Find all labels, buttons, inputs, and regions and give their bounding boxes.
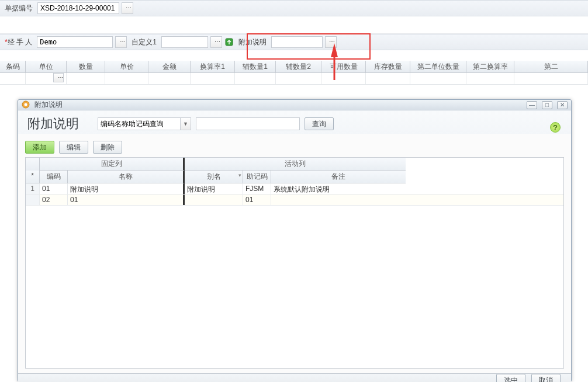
dialog-header-row: 附加说明 ▼ 查询 (25, 115, 564, 138)
col-avail[interactable]: 可用数量 (321, 61, 366, 72)
table-row[interactable]: 02 01 01 (26, 195, 563, 206)
main-grid-header: 条码 单位 数量 单价 金额 换算率1 辅数量1 辅数量2 可用数量 库存数量 … (0, 61, 588, 73)
col-unit2qty[interactable]: 第二单位数量 (410, 61, 466, 72)
col-stock[interactable]: 库存数量 (366, 61, 410, 72)
minimize-button[interactable]: — (527, 101, 537, 109)
col-unit[interactable]: 单位 (26, 61, 67, 72)
edit-button[interactable]: 编辑 (59, 141, 88, 154)
handler-input[interactable] (37, 36, 113, 48)
custom1-label: 自定义1 (129, 37, 159, 47)
docno-lookup-button[interactable]: ⋯ (122, 2, 133, 14)
dialog-icon (22, 100, 31, 110)
col-rate1[interactable]: 换算率1 (191, 61, 235, 72)
attach-lookup-button[interactable]: ⋯ (325, 36, 337, 48)
select-button[interactable]: 选中 (496, 374, 525, 382)
docno-label: 单据编号 (2, 4, 35, 13)
col-amount[interactable]: 金额 (148, 61, 191, 72)
col-extra[interactable]: 第二 (514, 61, 588, 72)
attach-dialog: 附加说明 — □ ✕ 附加说明 ▼ 查询 ? 添加 编辑 删除 固定列 (18, 99, 572, 382)
close-button[interactable]: ✕ (557, 101, 568, 109)
maximize-button[interactable]: □ (542, 101, 552, 109)
svg-point-3 (25, 103, 27, 106)
filter-icon[interactable]: ▾ (238, 172, 241, 178)
head-remark[interactable]: 备注 (271, 171, 406, 183)
attach-input[interactable] (271, 36, 323, 48)
col-price[interactable]: 单价 (105, 61, 148, 72)
table-row[interactable]: 1 01 附加说明 附加说明 FJSM 系统默认附加说明 (26, 183, 563, 195)
handler-label: *经 手 人 (2, 37, 34, 47)
main-grid-row-1[interactable]: ⋯ (0, 73, 588, 85)
add-button[interactable]: 添加 (25, 141, 54, 154)
dialog-heading: 附加说明 (27, 115, 79, 133)
group-fixed: 固定列 (40, 158, 185, 171)
col-barcode[interactable]: 条码 (0, 61, 26, 72)
attach-icon (224, 37, 234, 47)
search-text-input[interactable] (196, 117, 300, 130)
cancel-button[interactable]: 取消 (531, 374, 561, 382)
group-active: 活动列 (185, 158, 406, 171)
handler-lookup-button[interactable]: ⋯ (115, 36, 127, 48)
col-qty[interactable]: 数量 (67, 61, 105, 72)
help-icon[interactable]: ? (550, 122, 561, 133)
popup-table: 固定列 活动列 * 编码 名称 别名▾ 助记码 备注 1 01 附加说明 附加说… (25, 157, 564, 369)
col-rate2[interactable]: 第二换算率 (466, 61, 514, 72)
search-mode-dropdown-icon[interactable]: ▼ (181, 117, 191, 130)
attach-label: 附加说明 (236, 37, 269, 47)
docno-input[interactable] (37, 2, 119, 14)
head-name[interactable]: 名称 (68, 171, 185, 183)
head-code[interactable]: 编码 (40, 171, 68, 183)
custom1-input[interactable] (161, 36, 208, 48)
dialog-footer: 选中 取消 (18, 373, 571, 382)
delete-button[interactable]: 删除 (93, 141, 122, 154)
search-mode-combo[interactable]: ▼ (98, 117, 191, 130)
dialog-title: 附加说明 (34, 100, 63, 110)
col-aux2[interactable]: 辅数量2 (276, 61, 321, 72)
form-row-handler: *经 手 人 ⋯ 自定义1 ⋯ 附加说明 ⋯ (0, 34, 588, 50)
head-alias[interactable]: 别名▾ (185, 171, 243, 183)
query-button[interactable]: 查询 (305, 117, 334, 130)
unit-cell-lookup[interactable]: ⋯ (53, 73, 64, 82)
dialog-titlebar[interactable]: 附加说明 — □ ✕ (18, 100, 571, 110)
search-mode-input[interactable] (98, 117, 181, 130)
col-aux1[interactable]: 辅数量1 (235, 61, 276, 72)
head-star[interactable]: * (26, 171, 40, 183)
head-mnem[interactable]: 助记码 (243, 171, 271, 183)
custom1-lookup-button[interactable]: ⋯ (210, 36, 222, 48)
form-row-docno: 单据编号 ⋯ (0, 0, 588, 16)
dialog-toolbar: 添加 编辑 删除 (25, 138, 564, 157)
